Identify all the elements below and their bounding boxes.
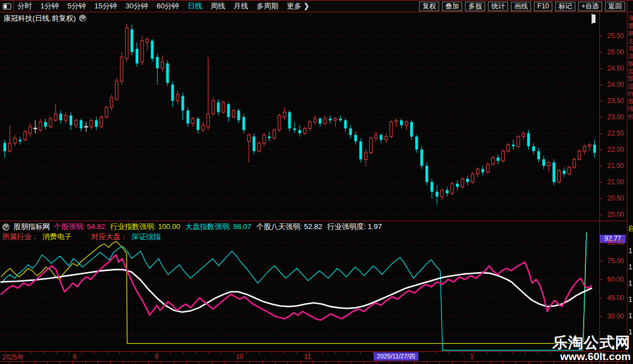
date-minor-tick bbox=[34, 362, 35, 364]
date-minor-tick bbox=[287, 362, 288, 364]
date-minor-tick bbox=[515, 362, 516, 364]
truncated-quote-digits: 111111 bbox=[629, 243, 632, 340]
axis-tick bbox=[599, 242, 603, 243]
indicator-field: 行业指数强弱: 100.00 bbox=[110, 222, 180, 231]
date-minor-tick bbox=[490, 362, 491, 364]
split-window-icon bbox=[3, 3, 11, 10]
price-tick-label: 23.00 bbox=[604, 113, 624, 121]
date-minor-tick bbox=[259, 352, 259, 354]
date-minor-tick bbox=[56, 352, 57, 354]
date-minor-tick bbox=[208, 352, 209, 354]
toolbar-button-F10[interactable]: F10 bbox=[534, 2, 552, 11]
date-minor-tick bbox=[132, 352, 133, 354]
axis-tick bbox=[599, 214, 603, 215]
period-menu: 分时1分钟5分钟15分钟30分钟60分钟日线周线月线多周期更多 ❯ bbox=[17, 1, 309, 12]
date-minor-tick bbox=[249, 362, 250, 364]
watermark-url: www.60lt.com bbox=[552, 351, 631, 362]
period-item-周线[interactable]: 周线 bbox=[211, 1, 225, 11]
price-tick-label: 20.50 bbox=[604, 194, 624, 202]
date-minor-tick bbox=[351, 362, 351, 364]
date-minor-tick bbox=[85, 362, 86, 364]
indicator-header: 股朋指标网 个股强弱: 54.82行业指数强弱: 100.00大盘指数强弱: 9… bbox=[2, 222, 387, 231]
period-item-月线[interactable]: 月线 bbox=[234, 1, 248, 11]
period-item-5分钟[interactable]: 5分钟 bbox=[67, 1, 86, 11]
stock-app-window: { "colors": { "frame_red": "#a31717", "g… bbox=[0, 0, 633, 364]
date-minor-tick bbox=[364, 362, 364, 364]
series-行业指数强弱 bbox=[1, 232, 587, 343]
toolbar-button-复权[interactable]: 复权 bbox=[419, 2, 439, 11]
price-tick-label: 20.00 bbox=[604, 211, 624, 218]
candlestick-chart[interactable] bbox=[0, 24, 599, 221]
axis-tick bbox=[599, 298, 603, 298]
date-minor-tick bbox=[161, 362, 161, 364]
toolbar-button-多股[interactable]: 多股 bbox=[465, 2, 485, 11]
date-minor-tick bbox=[237, 362, 238, 364]
date-minor-tick bbox=[69, 352, 69, 354]
industry-value: 消费电子 bbox=[43, 232, 72, 242]
series-大盘指数强弱 bbox=[1, 232, 587, 350]
date-minor-tick bbox=[436, 352, 436, 354]
date-minor-tick bbox=[297, 352, 297, 354]
panel-split-button[interactable] bbox=[592, 14, 593, 24]
watermark-site-name: 乐淘公式网 bbox=[552, 335, 631, 351]
date-minor-tick bbox=[123, 362, 123, 364]
date-minor-tick bbox=[82, 352, 82, 354]
date-axis[interactable]: 2025年89101112025/11/27/四 bbox=[0, 351, 627, 361]
date-label: 10 bbox=[236, 353, 243, 361]
toolbar-button-标记[interactable]: 标记 bbox=[555, 2, 575, 11]
date-minor-tick bbox=[272, 352, 272, 354]
period-item-日线[interactable]: 日线 bbox=[188, 1, 202, 11]
title-row: 康冠科技(日线.前复权) bbox=[3, 13, 86, 23]
indicator-tick-label: 60.00 bbox=[604, 276, 624, 283]
truncated-sidebar-text: 涨幅量比换手主力资金流向板块监控预警提示自选股行情报价 bbox=[628, 15, 633, 120]
date-minor-tick bbox=[284, 352, 285, 354]
toolbar-right-buttons: 复权叠加多股统计画线F10标记+自选返回 bbox=[419, 2, 625, 11]
period-item-分时[interactable]: 分时 bbox=[17, 1, 32, 11]
date-minor-tick bbox=[335, 352, 336, 354]
period-item-30分钟[interactable]: 30分钟 bbox=[125, 1, 148, 11]
period-item-1分钟[interactable]: 1分钟 bbox=[40, 1, 59, 11]
axis-tick bbox=[599, 150, 603, 150]
date-minor-tick bbox=[537, 352, 538, 354]
date-minor-tick bbox=[97, 362, 98, 364]
indicator-chart[interactable] bbox=[0, 232, 599, 351]
date-minor-tick bbox=[499, 352, 500, 354]
date-minor-tick bbox=[246, 352, 246, 354]
indicator-tick-label: 45.00 bbox=[604, 294, 624, 302]
series-个股强弱 bbox=[1, 255, 592, 320]
date-minor-tick bbox=[550, 352, 551, 354]
date-minor-tick bbox=[389, 362, 389, 364]
price-tick-label: 22.50 bbox=[604, 129, 624, 137]
indicator-tick-label: 75.00 bbox=[604, 257, 624, 265]
date-minor-tick bbox=[423, 352, 424, 354]
toolbar-button-画线[interactable]: 画线 bbox=[511, 2, 531, 11]
period-item-15分钟[interactable]: 15分钟 bbox=[94, 1, 117, 11]
period-item-60分钟[interactable]: 60分钟 bbox=[156, 1, 179, 11]
date-minor-tick bbox=[22, 362, 22, 364]
date-minor-tick bbox=[465, 362, 466, 364]
panel-separator bbox=[0, 221, 627, 221]
chevron-down-icon[interactable] bbox=[2, 223, 10, 231]
date-minor-tick bbox=[145, 352, 146, 354]
date-minor-tick bbox=[414, 362, 415, 364]
price-tick-label: 25.00 bbox=[604, 48, 624, 56]
date-minor-tick bbox=[338, 362, 339, 364]
date-minor-tick bbox=[452, 362, 453, 364]
toolbar-button-统计[interactable]: 统计 bbox=[488, 2, 508, 11]
chevron-down-icon[interactable] bbox=[79, 15, 86, 22]
period-item-更多 ❯[interactable]: 更多 ❯ bbox=[287, 1, 310, 11]
date-minor-tick bbox=[402, 362, 402, 364]
axis-tick bbox=[599, 316, 603, 317]
toolbar-button-叠加[interactable]: 叠加 bbox=[442, 2, 462, 11]
date-minor-tick bbox=[47, 362, 48, 364]
date-minor-tick bbox=[72, 362, 73, 364]
axis-tick bbox=[599, 36, 603, 36]
top-toolbar: 分时1分钟5分钟15分钟30分钟60分钟日线周线月线多周期更多 ❯ 复权叠加多股… bbox=[0, 0, 633, 12]
axis-tick bbox=[599, 182, 603, 183]
date-minor-tick bbox=[148, 362, 149, 364]
date-minor-tick bbox=[427, 362, 427, 364]
stock-title: 康冠科技(日线.前复权) bbox=[3, 13, 76, 24]
layout-toggle-button[interactable] bbox=[0, 1, 14, 12]
toolbar-button-+自选[interactable]: +自选 bbox=[578, 2, 602, 11]
period-item-多周期[interactable]: 多周期 bbox=[257, 1, 278, 11]
